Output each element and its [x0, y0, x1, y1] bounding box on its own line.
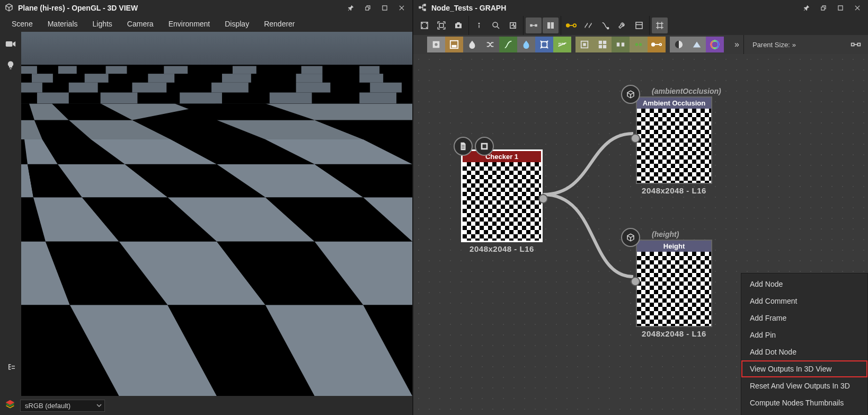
ctx-menu-item[interactable]: View Outputs In 3D View	[741, 360, 867, 377]
timing-icon[interactable]	[505, 17, 521, 33]
graph-titlebar: Node_Tests - GRAPH	[413, 0, 868, 16]
window-maximize-icon[interactable]	[834, 2, 847, 14]
ctx-menu-item[interactable]: Add Comment	[741, 293, 867, 310]
camera-icon[interactable]	[3, 36, 19, 52]
node-checker[interactable]: Checker 1 2048x2048 - L16	[461, 149, 543, 253]
graph-canvas[interactable]: Checker 1 2048x2048 - L16 (ambientOcclus…	[413, 54, 868, 415]
fit-icon[interactable]	[417, 17, 432, 33]
svg-rect-56	[32, 74, 53, 83]
node-type-normal[interactable]	[688, 37, 706, 52]
svg-rect-62	[21, 66, 37, 74]
node-type-distance[interactable]	[553, 37, 571, 52]
pin-icon[interactable]	[800, 2, 813, 14]
info-icon[interactable]	[471, 17, 487, 33]
3d-view-title: Plane (hi-res) - OpenGL - 3D VIEW	[18, 4, 138, 12]
window-restore-icon[interactable]	[361, 2, 374, 14]
menu-materials[interactable]: Materials	[40, 17, 85, 30]
input-port[interactable]	[631, 277, 640, 286]
window-restore-icon[interactable]	[817, 2, 830, 14]
cube-icon[interactable]	[621, 85, 640, 104]
svg-point-82	[566, 24, 570, 27]
fit-selection-icon[interactable]	[433, 17, 449, 33]
flow-2-icon[interactable]	[580, 17, 596, 33]
menu-camera[interactable]: Camera	[120, 17, 161, 30]
tools-icon[interactable]	[614, 17, 630, 33]
3d-viewport[interactable]	[21, 32, 412, 396]
menu-display[interactable]: Display	[217, 17, 256, 30]
graph-title: Node_Tests - GRAPH	[431, 4, 506, 12]
node-type-fx3[interactable]	[612, 37, 630, 52]
svg-rect-65	[164, 66, 188, 74]
svg-rect-73	[439, 23, 444, 28]
menu-environment[interactable]: Environment	[161, 17, 218, 30]
node-type-fx1[interactable]	[575, 37, 594, 52]
node-height[interactable]: (height) Height 2048x2048 - L16	[636, 240, 712, 338]
node-type-color[interactable]	[706, 37, 724, 52]
view-mode-icon[interactable]	[543, 17, 559, 33]
node-height-overlabel: (height)	[652, 230, 679, 239]
reset-icon[interactable]	[847, 37, 865, 52]
search-icon[interactable]	[488, 17, 504, 33]
ctx-menu-item[interactable]: Reset And View Outputs In 3D	[741, 377, 867, 394]
node-ambient-occlusion[interactable]: (ambientOcclusion) Ambient Occlusion 204…	[636, 96, 712, 195]
input-port[interactable]	[631, 134, 640, 143]
output-port[interactable]	[538, 194, 548, 204]
parent-size-label[interactable]: Parent Size: »	[752, 41, 796, 49]
pin-icon[interactable]	[344, 2, 357, 14]
ctx-menu-item[interactable]: Clear Nodes Thumbnails	[741, 411, 867, 415]
menu-scene[interactable]: Scene	[4, 17, 40, 30]
svg-rect-54	[296, 83, 331, 93]
svg-rect-48	[270, 93, 312, 104]
3d-view-titlebar: Plane (hi-res) - OpenGL - 3D VIEW	[0, 0, 412, 16]
layers-icon[interactable]	[4, 399, 16, 412]
svg-rect-59	[222, 74, 251, 83]
window-close-icon[interactable]	[851, 2, 864, 14]
hierarchy-icon[interactable]	[4, 360, 19, 375]
svg-rect-89	[452, 45, 457, 48]
node-type-link[interactable]	[648, 37, 666, 52]
node-type-blend[interactable]	[463, 37, 481, 52]
material-icon[interactable]	[475, 137, 494, 156]
colorspace-dropdown[interactable]: sRGB (default)	[20, 400, 105, 412]
node-thumbnail	[637, 109, 711, 183]
light-icon[interactable]	[3, 57, 19, 73]
node-type-transform[interactable]	[535, 37, 553, 52]
menu-renderer[interactable]: Renderer	[256, 17, 302, 30]
cube-icon[interactable]	[621, 228, 640, 247]
node-type-curve[interactable]	[499, 37, 517, 52]
node-type-gradient[interactable]	[517, 37, 535, 52]
ctx-menu-item[interactable]: Add Frame	[741, 310, 867, 326]
svg-rect-45	[37, 93, 69, 104]
svg-point-74	[457, 25, 460, 28]
node-type-bitmap[interactable]	[445, 37, 463, 52]
document-icon[interactable]	[454, 137, 473, 156]
more-icon[interactable]: »	[734, 40, 739, 49]
ctx-menu-item[interactable]: Compute Nodes Thumbnails	[741, 394, 867, 411]
node-type-shuffle[interactable]	[481, 37, 499, 52]
snapshot-icon[interactable]	[450, 17, 466, 33]
menu-lights[interactable]: Lights	[85, 17, 120, 30]
node-type-pixel[interactable]	[630, 37, 648, 52]
node-ao-overlabel: (ambientOcclusion)	[652, 87, 721, 95]
svg-rect-46	[101, 93, 138, 104]
window-close-icon[interactable]	[395, 2, 408, 14]
panel-icon[interactable]	[631, 17, 647, 33]
flow-1-icon[interactable]	[563, 17, 579, 33]
ctx-menu-item[interactable]: Add Pin	[741, 326, 867, 343]
node-type-fx2[interactable]	[594, 37, 612, 52]
svg-rect-64	[106, 66, 127, 74]
colorspace-select[interactable]: sRGB (default)	[20, 400, 105, 412]
svg-rect-53	[211, 83, 249, 93]
svg-point-75	[479, 23, 480, 24]
ctx-menu-item[interactable]: Add Dot Node	[741, 343, 867, 360]
node-type-mask[interactable]	[670, 37, 688, 52]
ctx-menu-item[interactable]: Add Node	[741, 276, 867, 293]
svg-rect-66	[233, 66, 256, 74]
align-icon[interactable]	[526, 17, 542, 33]
grid-snap-icon[interactable]	[652, 17, 668, 33]
svg-rect-92	[583, 43, 586, 46]
flow-3-icon[interactable]	[597, 17, 613, 33]
node-type-uniform[interactable]	[427, 37, 445, 52]
window-maximize-icon[interactable]	[378, 2, 391, 14]
svg-point-105	[711, 41, 719, 48]
